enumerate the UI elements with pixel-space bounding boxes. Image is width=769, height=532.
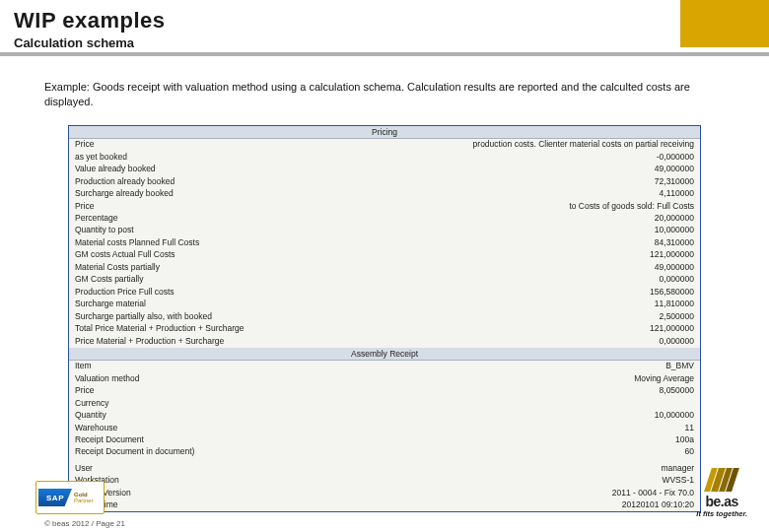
pricing-row: GM costs Actual Full Costs121,000000 bbox=[69, 249, 700, 261]
pricing-row: Price Material + Production + Surcharge0… bbox=[69, 335, 700, 347]
assembly-label: Receipt Document in document) bbox=[75, 446, 685, 457]
pricing-row: Production already booked72,310000 bbox=[69, 175, 700, 187]
pricing-label: Production Price Full costs bbox=[75, 287, 650, 298]
pricing-value: 4,110000 bbox=[660, 188, 694, 199]
pricing-row: Surcharge material11,810000 bbox=[69, 299, 700, 310]
pricing-row: Value already booked49,000000 bbox=[69, 164, 700, 175]
pricing-value: 0,000000 bbox=[660, 274, 694, 285]
pricing-value: 121,000000 bbox=[650, 323, 694, 334]
pricing-value: 0,000000 bbox=[660, 336, 694, 347]
assembly-row: Receipt Document100a bbox=[69, 433, 700, 445]
assembly-value: B_BMV bbox=[665, 361, 694, 371]
pricing-label: Material costs Planned Full Costs bbox=[75, 237, 655, 248]
pricing-value: 20,000000 bbox=[655, 213, 694, 224]
pricing-row: Total Price Material + Production + Surc… bbox=[69, 323, 700, 335]
assembly-header: Assembly Receipt bbox=[69, 348, 700, 361]
pricing-label: Surcharge material bbox=[75, 299, 655, 309]
beas-tagline: It fits together. bbox=[696, 509, 747, 518]
footer: SAP Gold Partner © beas 2012 / Page 21 b… bbox=[0, 471, 769, 532]
assembly-row: ItemB_BMV bbox=[69, 361, 700, 372]
sap-partner-badge: SAP Gold Partner bbox=[35, 481, 105, 514]
pricing-row: Material costs Planned Full Costs84,3100… bbox=[69, 236, 700, 248]
pricing-row: Percentage20,000000 bbox=[69, 213, 700, 225]
pricing-label: Quantity to post bbox=[75, 225, 655, 235]
assembly-row: Valuation methodMoving Average bbox=[69, 372, 700, 384]
pricing-label: GM costs Actual Full Costs bbox=[75, 249, 650, 260]
assembly-row: Price8,050000 bbox=[69, 385, 700, 397]
assembly-row: Currency bbox=[69, 397, 700, 409]
header-rule bbox=[0, 52, 769, 56]
beas-logo: be.as It fits together. bbox=[696, 468, 747, 518]
assembly-row: Quantity10,000000 bbox=[69, 410, 700, 422]
pricing-label: GM Costs partially bbox=[75, 274, 660, 285]
pricing-header: Pricing bbox=[69, 126, 700, 139]
page-subtitle: Calculation schema bbox=[14, 35, 666, 50]
pricing-label: Price bbox=[75, 201, 569, 212]
pricing-label: Surcharge already booked bbox=[75, 188, 660, 199]
pricing-row: Surcharge partially also, with booked2,5… bbox=[69, 310, 700, 322]
beas-brand: be.as bbox=[696, 494, 747, 509]
assembly-value: 11 bbox=[685, 423, 694, 433]
calc-schema-screenshot: Pricing Price production costs. Clienter… bbox=[68, 125, 701, 513]
slide-header: WIP examples Calculation schema bbox=[0, 0, 769, 56]
pricing-value: 121,000000 bbox=[650, 249, 694, 260]
beas-stripes-icon bbox=[704, 468, 739, 492]
pricing-value: to Costs of goods sold: Full Costs bbox=[569, 201, 694, 212]
pricing-value: 10,000000 bbox=[655, 225, 694, 235]
pricing-row: Priceto Costs of goods sold: Full Costs bbox=[69, 200, 700, 212]
pricing-value: -0,000000 bbox=[657, 152, 694, 163]
assembly-value: 100a bbox=[675, 434, 694, 445]
pricing-value: 156,580000 bbox=[650, 287, 694, 298]
page-title: WIP examples bbox=[14, 8, 666, 33]
copyright: © beas 2012 / Page 21 bbox=[44, 519, 125, 528]
pricing-label: Percentage bbox=[75, 213, 655, 224]
pricing-value: 49,000000 bbox=[655, 262, 694, 273]
assembly-label: Currency bbox=[75, 398, 694, 409]
accent-box bbox=[680, 0, 769, 47]
pricing-label: Price Material + Production + Surcharge bbox=[75, 336, 660, 347]
price-note-row: Price production costs. Clienter materia… bbox=[69, 139, 700, 151]
body-text: Example: Goods receipt with valuation me… bbox=[0, 56, 769, 119]
pricing-row: as yet booked-0,000000 bbox=[69, 151, 700, 163]
assembly-label: Warehouse bbox=[75, 423, 685, 433]
assembly-value: 10,000000 bbox=[655, 410, 694, 421]
pricing-value: 49,000000 bbox=[655, 164, 694, 174]
assembly-label: Item bbox=[75, 361, 665, 371]
pricing-value: 11,810000 bbox=[655, 299, 694, 309]
pricing-row: Production Price Full costs156,580000 bbox=[69, 286, 700, 298]
pricing-value: 84,310000 bbox=[655, 237, 694, 248]
assembly-row: Warehouse11 bbox=[69, 422, 700, 433]
assembly-label: Quantity bbox=[75, 410, 655, 421]
pricing-row: Surcharge already booked4,110000 bbox=[69, 188, 700, 200]
pricing-value: 72,310000 bbox=[655, 176, 694, 187]
pricing-label: Surcharge partially also, with booked bbox=[75, 311, 660, 322]
assembly-value: 60 bbox=[685, 446, 694, 457]
assembly-value: Moving Average bbox=[634, 373, 694, 384]
pricing-label: Material Costs partially bbox=[75, 262, 655, 273]
sap-partner-text: Gold Partner bbox=[74, 492, 94, 504]
pricing-row: Quantity to post10,000000 bbox=[69, 225, 700, 236]
pricing-label: Production already booked bbox=[75, 176, 655, 187]
pricing-label: Value already booked bbox=[75, 164, 655, 174]
pricing-row: Material Costs partially49,000000 bbox=[69, 261, 700, 273]
pricing-value: 2,500000 bbox=[660, 311, 694, 322]
assembly-value: 8,050000 bbox=[660, 385, 694, 396]
pricing-label: as yet booked bbox=[75, 152, 657, 163]
assembly-label: Receipt Document bbox=[75, 434, 675, 445]
pricing-row: GM Costs partially0,000000 bbox=[69, 274, 700, 286]
assembly-label: Price bbox=[75, 385, 660, 396]
assembly-row: Receipt Document in document)60 bbox=[69, 446, 700, 458]
assembly-label: Valuation method bbox=[75, 373, 634, 384]
pricing-label: Total Price Material + Production + Surc… bbox=[75, 323, 650, 334]
sap-logo: SAP bbox=[38, 489, 72, 506]
